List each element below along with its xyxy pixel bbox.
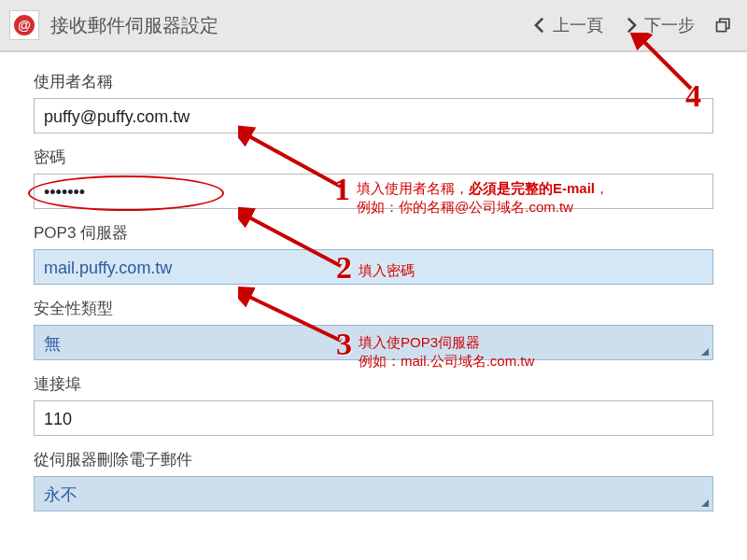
password-label: 密碼 [34,147,713,168]
chevron-right-icon [622,16,641,35]
app-icon: @ [9,10,39,40]
svg-rect-1 [717,22,726,32]
restore-window-icon [714,16,733,35]
window-toggle-button[interactable] [710,11,738,39]
pop3-group: POP3 伺服器 mail.puffy.com.tw [34,222,713,285]
username-group: 使用者名稱 puffy@puffy.com.tw [34,71,713,133]
prev-button[interactable]: 上一頁 [521,14,613,36]
pop3-input[interactable]: mail.puffy.com.tw [34,249,713,285]
prev-label: 上一頁 [553,14,603,36]
next-button[interactable]: 下一步 [613,14,704,36]
security-label: 安全性類型 [34,298,713,319]
delete-group: 從伺服器刪除電子郵件 永不 [34,449,713,511]
security-group: 安全性類型 無 [34,298,713,360]
delete-label: 從伺服器刪除電子郵件 [34,449,713,470]
incoming-server-form: 使用者名稱 puffy@puffy.com.tw 密碼 ••••••• POP3… [0,52,747,511]
delete-select[interactable]: 永不 [34,476,713,511]
page-title: 接收郵件伺服器設定 [50,13,218,38]
password-input[interactable]: ••••••• [34,174,713,209]
port-input[interactable]: 110 [34,400,713,436]
password-group: 密碼 ••••••• [34,147,713,209]
security-select[interactable]: 無 [34,325,713,360]
port-label: 連接埠 [34,373,713,395]
pop3-label: POP3 伺服器 [34,222,713,244]
next-label: 下一步 [644,14,695,36]
chevron-left-icon [530,16,549,35]
window-header: @ 接收郵件伺服器設定 上一頁 下一步 [0,0,747,52]
port-group: 連接埠 110 [34,373,713,436]
at-icon: @ [14,15,35,35]
username-input[interactable]: puffy@puffy.com.tw [34,98,713,133]
username-label: 使用者名稱 [34,71,713,92]
